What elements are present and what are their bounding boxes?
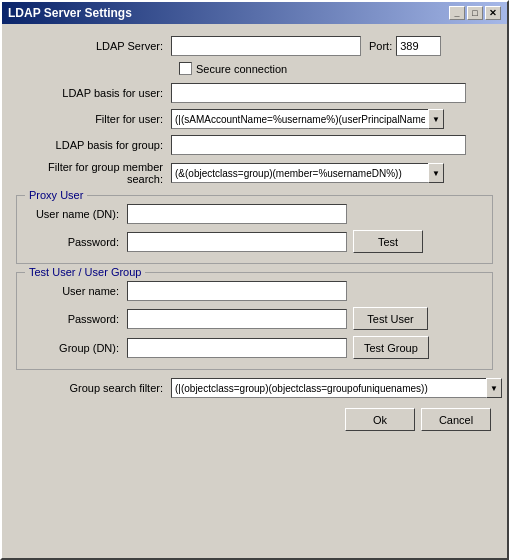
maximize-button[interactable]: □ [467,6,483,20]
ldap-basis-user-input[interactable] [171,83,466,103]
test-password-row: Password: Test User [27,307,482,330]
test-user-button[interactable]: Test User [353,307,428,330]
group-search-dropdown-btn[interactable]: ▼ [486,378,502,398]
filter-group-input[interactable] [171,163,428,183]
minimize-button[interactable]: _ [449,6,465,20]
port-input[interactable] [396,36,441,56]
group-search-filter-label: Group search filter: [16,382,171,394]
ldap-server-label: LDAP Server: [16,40,171,52]
close-button[interactable]: ✕ [485,6,501,20]
proxy-password-label: Password: [27,236,127,248]
ldap-server-input[interactable] [171,36,361,56]
filter-user-label: Filter for user: [16,113,171,125]
ldap-basis-user-label: LDAP basis for user: [16,87,171,99]
test-group-button[interactable]: Test Group [353,336,429,359]
test-button[interactable]: Test [353,230,423,253]
secure-checkbox[interactable] [179,62,192,75]
ldap-settings-window: LDAP Server Settings _ □ ✕ LDAP Server: … [0,0,509,560]
filter-group-combo: ▼ [171,163,444,183]
bottom-buttons: Ok Cancel [16,408,493,431]
filter-user-input[interactable] [171,109,428,129]
port-label: Port: [369,40,392,52]
group-search-filter-row: Group search filter: ▼ [16,378,493,398]
filter-user-row: Filter for user: ▼ [16,109,493,129]
port-section: Port: [369,36,441,56]
title-bar: LDAP Server Settings _ □ ✕ [2,2,507,24]
window-title: LDAP Server Settings [8,6,132,20]
cancel-button[interactable]: Cancel [421,408,491,431]
ok-button[interactable]: Ok [345,408,415,431]
proxy-username-input[interactable] [127,204,347,224]
form-content: LDAP Server: Port: Secure connection LDA… [2,24,507,441]
test-username-input[interactable] [127,281,347,301]
filter-group-row: Filter for group member search: ▼ [16,161,493,185]
test-username-label: User name: [27,285,127,297]
ldap-basis-group-input[interactable] [171,135,466,155]
group-search-combo: ▼ [171,378,502,398]
test-user-section: Test User / User Group User name: Passwo… [16,272,493,370]
filter-user-dropdown-btn[interactable]: ▼ [428,109,444,129]
secure-label: Secure connection [196,63,287,75]
proxy-username-row: User name (DN): [27,204,482,224]
filter-group-label: Filter for group member search: [16,161,171,185]
proxy-user-section-label: Proxy User [25,189,87,201]
test-group-label: Group (DN): [27,342,127,354]
group-search-filter-input[interactable] [171,378,486,398]
ldap-basis-group-row: LDAP basis for group: [16,135,493,155]
ldap-basis-user-row: LDAP basis for user: [16,83,493,103]
test-group-row: Group (DN): Test Group [27,336,482,359]
proxy-user-section: Proxy User User name (DN): Password: Tes… [16,195,493,264]
filter-user-combo: ▼ [171,109,444,129]
test-group-input[interactable] [127,338,347,358]
secure-connection-row: Secure connection [179,62,493,75]
proxy-password-input[interactable] [127,232,347,252]
test-user-section-label: Test User / User Group [25,266,145,278]
test-password-input[interactable] [127,309,347,329]
test-username-row: User name: [27,281,482,301]
ldap-basis-group-label: LDAP basis for group: [16,139,171,151]
filter-group-dropdown-btn[interactable]: ▼ [428,163,444,183]
ldap-server-row: LDAP Server: Port: [16,36,493,56]
proxy-password-row: Password: Test [27,230,482,253]
proxy-username-label: User name (DN): [27,208,127,220]
secure-checkbox-wrapper: Secure connection [179,62,287,75]
title-bar-buttons: _ □ ✕ [449,6,501,20]
test-password-label: Password: [27,313,127,325]
